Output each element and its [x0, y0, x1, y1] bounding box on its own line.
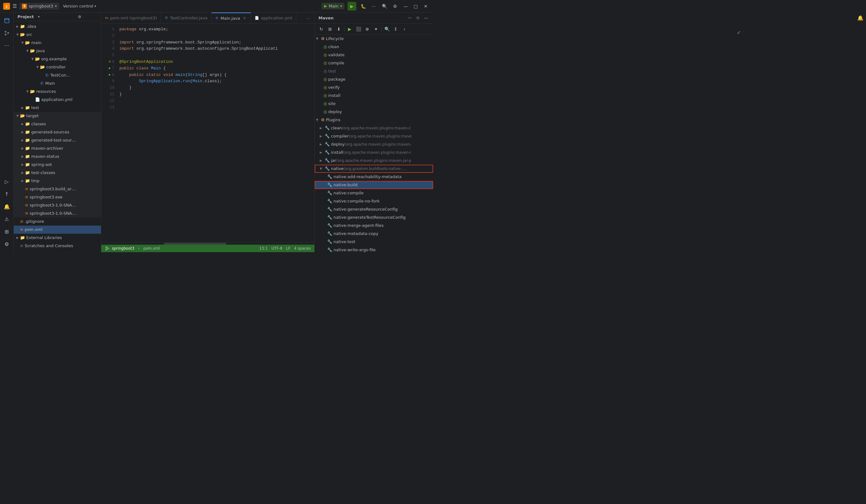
tree-item-build-art[interactable]: ≡ springboot3.build_ar…: [14, 185, 101, 193]
debug-button[interactable]: 🐛: [359, 2, 367, 10]
maven-plugin-compiler[interactable]: ▶ 🔧 compiler (org.apache.maven.plugins:m…: [315, 132, 433, 140]
tree-item-tmp[interactable]: ▶ 📁 tmp: [14, 177, 101, 185]
maven-goal-native-gen-resource[interactable]: 🔧 native:generateResourceConfig: [315, 205, 433, 213]
maven-goal-native-compile-no-fork[interactable]: 🔧 native:compile-no-fork: [315, 197, 433, 205]
status-branch[interactable]: springboot3: [105, 246, 134, 251]
tree-item-test-classes[interactable]: ▶ 📁 test-classes: [14, 169, 101, 177]
maven-validate[interactable]: ◎ validate: [315, 51, 433, 59]
tree-item-org-example[interactable]: ▼ 📂 org.example: [14, 55, 101, 63]
tree-item-spring-aot[interactable]: ▶ 📁 spring-aot: [14, 160, 101, 169]
activity-project[interactable]: [1, 15, 12, 26]
tree-item-scratches[interactable]: ≡ Scratches and Consoles: [14, 242, 101, 250]
maven-refresh[interactable]: ↻: [317, 25, 325, 33]
maven-install[interactable]: ◎ install: [315, 91, 433, 100]
tree-item-main-java[interactable]: © Main: [14, 79, 101, 88]
maven-plugin-clean[interactable]: ▶ 🔧 clean (org.apache.maven.plugins:mave…: [315, 124, 433, 132]
activity-notifications[interactable]: 🔔: [1, 201, 12, 212]
maven-goal-native-merge-agent[interactable]: 🔧 native:merge-agent-files: [315, 222, 433, 229]
maven-goal-native-compile[interactable]: 🔧 native:compile: [315, 189, 433, 197]
maven-download[interactable]: ⬇: [335, 25, 343, 33]
activity-problems[interactable]: ⚠: [1, 213, 12, 225]
maven-verify[interactable]: ◎ verify: [315, 83, 433, 91]
tree-item-gitignore[interactable]: ⊘ .gitignore: [14, 217, 101, 226]
more-actions[interactable]: ⋯: [370, 2, 378, 10]
version-control-pill[interactable]: Version control ▾: [63, 4, 96, 9]
maven-compile[interactable]: ◎ compile: [315, 59, 433, 67]
search-button[interactable]: 🔍: [381, 2, 388, 10]
maven-panel-settings[interactable]: ⚙: [414, 15, 421, 22]
close-button[interactable]: ✕: [421, 2, 430, 11]
maven-plugins-group[interactable]: ▼ ⚙ Plugins: [315, 116, 433, 124]
maven-run-goal[interactable]: ▶: [346, 25, 354, 33]
tree-item-src[interactable]: ▼ 📂 src: [14, 31, 101, 39]
minimize-button[interactable]: —: [401, 2, 410, 11]
tab-pom[interactable]: m pom.xml (springboot3): [101, 12, 161, 24]
tree-item-external-libs[interactable]: ▶ 📁 External Libraries: [14, 234, 101, 242]
sidebar-settings-icon[interactable]: ⚙: [78, 15, 97, 19]
maven-minimize[interactable]: —: [423, 15, 430, 22]
maven-goal-add-reachability[interactable]: 🔧 native:add-reachability-metadata: [315, 173, 433, 181]
run-gutter-6[interactable]: ⊘: [109, 59, 111, 64]
tree-item-test[interactable]: ▶ 📁 test: [14, 104, 101, 112]
maven-profiles[interactable]: ✦: [372, 25, 380, 33]
tree-item-java[interactable]: ▼ 📂 java: [14, 47, 101, 55]
tree-item-resources[interactable]: ▼ 📂 resources: [14, 88, 101, 96]
tab-application-yml[interactable]: 📄 application.yml: [251, 12, 296, 24]
maven-goal-native-build[interactable]: 🔧 native:build: [315, 181, 433, 189]
maven-plugin-install[interactable]: ▶ 🔧 install (org.apache.maven.plugins:ma…: [315, 148, 433, 157]
activity-settings2[interactable]: ⚙: [1, 238, 12, 250]
activity-deploy[interactable]: ↑: [1, 188, 12, 200]
maven-plugin-jar[interactable]: ▶ 🔧 jar (org.apache.maven.plugins:maven-…: [315, 157, 433, 165]
editor-hscrollbar[interactable]: [101, 242, 314, 245]
maven-package[interactable]: ◎ package: [315, 75, 433, 83]
tree-item-snap2[interactable]: ≡ springboot3-1.0-SNA…: [14, 209, 101, 217]
maven-goal-native-metadata-copy[interactable]: 🔧 native:metadata-copy: [315, 229, 433, 238]
project-selector[interactable]: S springboot3 ▾: [19, 3, 59, 10]
activity-run[interactable]: ▷: [1, 176, 12, 187]
maven-run-lifecycle[interactable]: ⬛: [354, 25, 363, 33]
maven-lifecycle-group[interactable]: ▼ ⚙ Lifecycle: [315, 35, 433, 43]
tree-item-gen-src[interactable]: ▶ 📁 generated-sources: [14, 128, 101, 136]
maven-plugin-native[interactable]: ▼ 🔧 native (org.graalvm.buildtools:nativ…: [315, 165, 433, 173]
maven-site[interactable]: ◎ site: [315, 100, 433, 108]
run-config-selector[interactable]: ▶ Main ▾: [322, 3, 344, 9]
tree-item-main[interactable]: ▼ 📂 main: [14, 39, 101, 47]
tab-main-java[interactable]: © Main.java ✕: [212, 12, 251, 24]
activity-terminal[interactable]: ⊞: [1, 226, 12, 237]
maximize-button[interactable]: □: [411, 2, 420, 11]
maven-collapse-all[interactable]: ⋯: [406, 15, 413, 22]
activity-more[interactable]: ···: [1, 40, 12, 51]
tree-item-target[interactable]: ▼ 📂 target: [14, 112, 101, 120]
run-gutter-8[interactable]: ▶: [109, 72, 111, 78]
maven-more[interactable]: ›: [400, 25, 409, 33]
tree-item-application-yml[interactable]: 📄 application.yml: [14, 96, 101, 104]
maven-goal-native-test[interactable]: 🔧 native:test: [315, 238, 433, 246]
tree-item-idea[interactable]: ▶ 📁 .idea: [14, 22, 101, 31]
maven-test[interactable]: ◎ test: [315, 67, 433, 75]
tree-item-classes[interactable]: ▶ 📁 classes: [14, 120, 101, 128]
tree-item-snap1[interactable]: ≡ springboot3-1.0-SNA…: [14, 201, 101, 209]
maven-clean[interactable]: ◎ clean: [315, 43, 433, 51]
maven-skip-tests[interactable]: ⊗: [363, 25, 371, 33]
code-content[interactable]: package org.example; import org.springfr…: [117, 24, 314, 242]
hamburger-menu[interactable]: ☰: [12, 3, 17, 9]
tab-close-main[interactable]: ✕: [242, 16, 247, 21]
maven-add-module[interactable]: ⊞: [326, 25, 334, 33]
activity-structure[interactable]: [1, 27, 12, 39]
tab-testcontroller[interactable]: © TestController.java: [161, 12, 212, 24]
tree-item-controller[interactable]: ▼ 📂 controller: [14, 63, 101, 71]
tree-item-pom-xml[interactable]: ≡ pom.xml: [14, 226, 101, 234]
tree-item-gen-test[interactable]: ▶ 📁 generated-test-sour…: [14, 136, 101, 144]
settings-button[interactable]: ⚙: [391, 2, 399, 10]
tab-overflow-icon[interactable]: ⋯: [305, 15, 312, 21]
maven-goal-native-gen-test-resource[interactable]: 🔧 native:generateTestResourceConfig: [315, 213, 433, 222]
maven-deploy[interactable]: ◎ deploy: [315, 108, 433, 116]
tree-item-exe[interactable]: ≡ springboot3.exe: [14, 193, 101, 201]
maven-plugin-deploy[interactable]: ▶ 🔧 deploy (org.apache.maven.plugins:mav…: [315, 140, 433, 148]
maven-find[interactable]: 🔍: [383, 25, 391, 33]
tree-item-maven-archiver[interactable]: ▶ 📁 maven-archiver: [14, 144, 101, 153]
run-gutter-7[interactable]: ▶: [109, 66, 111, 71]
maven-expand[interactable]: ↕: [392, 25, 400, 33]
tree-item-testcontroller[interactable]: © TestCon…: [14, 71, 101, 79]
run-button[interactable]: ▶: [347, 2, 356, 11]
